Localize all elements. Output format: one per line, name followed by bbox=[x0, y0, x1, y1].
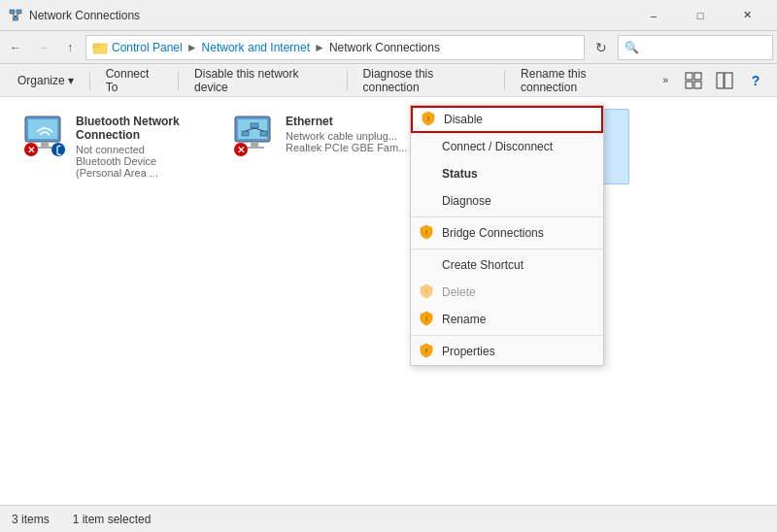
context-menu-connect[interactable]: Connect / Disconnect bbox=[411, 133, 603, 160]
breadcrumb-sep-2: ► bbox=[314, 41, 325, 54]
svg-rect-15 bbox=[41, 142, 49, 147]
bridge-shield-icon: ! bbox=[419, 224, 434, 243]
ethernet-device: Realtek PCIe GBE Fam... bbox=[286, 142, 407, 153]
bluetooth-name: Bluetooth Network Connection bbox=[76, 115, 204, 142]
bluetooth-device: Bluetooth Device (Personal Area ... bbox=[76, 155, 204, 179]
toolbar: Organize ▾ Connect To Disable this netwo… bbox=[0, 64, 777, 97]
more-button[interactable]: » bbox=[653, 67, 678, 94]
properties-shield-icon: ! bbox=[419, 343, 434, 361]
svg-rect-1 bbox=[17, 10, 21, 14]
context-menu-sep-2 bbox=[411, 249, 603, 249]
toolbar-separator-2 bbox=[178, 71, 179, 90]
ethernet-icon-container: ✕ bbox=[231, 115, 278, 161]
window-title: Network Connections bbox=[29, 9, 631, 22]
up-button[interactable]: ↑ bbox=[58, 36, 82, 59]
svg-rect-16 bbox=[35, 147, 54, 149]
status-bar: 3 items 1 item selected bbox=[0, 505, 777, 532]
svg-rect-0 bbox=[10, 10, 15, 14]
ethernet-info: Ethernet Network cable unplug... Realtek… bbox=[286, 115, 407, 153]
svg-rect-11 bbox=[717, 73, 724, 88]
svg-line-3 bbox=[13, 14, 17, 17]
svg-rect-2 bbox=[14, 17, 18, 20]
organize-arrow: ▾ bbox=[68, 74, 74, 87]
svg-text:!: ! bbox=[427, 115, 429, 123]
breadcrumb: Control Panel ► Network and Internet ► N… bbox=[85, 35, 585, 60]
svg-rect-8 bbox=[694, 73, 701, 80]
disable-label: Disable this network device bbox=[194, 67, 330, 94]
address-bar: ← → ↑ Control Panel ► Network and Intern… bbox=[0, 31, 777, 64]
toolbar-separator-1 bbox=[89, 71, 90, 90]
svg-text:✕: ✕ bbox=[237, 145, 245, 155]
diagnose-button[interactable]: Diagnose this connection bbox=[354, 67, 499, 94]
context-menu-rename[interactable]: ! Rename bbox=[411, 306, 603, 333]
context-menu-sep-1 bbox=[411, 216, 603, 217]
disable-shield-icon: ! bbox=[421, 111, 436, 129]
network-items-container: ✕ ʗ Bluetooth Network Connection Not con… bbox=[16, 109, 761, 184]
main-content: ✕ ʗ Bluetooth Network Connection Not con… bbox=[0, 97, 777, 505]
context-menu-delete[interactable]: ! Delete bbox=[411, 279, 603, 306]
svg-text:✕: ✕ bbox=[27, 145, 35, 155]
pane-button[interactable] bbox=[711, 67, 738, 94]
rename-label: Rename this connection bbox=[521, 67, 641, 94]
title-bar: Network Connections – □ ✕ bbox=[0, 0, 777, 31]
diagnose-menu-label: Diagnose bbox=[442, 194, 491, 208]
connect-label: Connect / Disconnect bbox=[442, 140, 553, 153]
bluetooth-info: Bluetooth Network Connection Not connect… bbox=[76, 115, 204, 179]
rename-shield-icon: ! bbox=[419, 311, 434, 329]
breadcrumb-control-panel[interactable]: Control Panel bbox=[112, 41, 183, 54]
svg-text:!: ! bbox=[425, 347, 427, 355]
svg-text:ʗ: ʗ bbox=[56, 145, 61, 155]
help-icon: ? bbox=[752, 73, 760, 88]
ethernet-name: Ethernet bbox=[286, 115, 407, 128]
items-count: 3 items bbox=[12, 513, 50, 526]
organize-button[interactable]: Organize ▾ bbox=[8, 67, 84, 94]
bridge-label: Bridge Connections bbox=[442, 226, 544, 240]
organize-label: Organize bbox=[17, 74, 65, 87]
rename-button[interactable]: Rename this connection bbox=[511, 67, 651, 94]
selected-count: 1 item selected bbox=[73, 513, 152, 526]
breadcrumb-network-internet[interactable]: Network and Internet bbox=[202, 41, 310, 54]
delete-shield-icon: ! bbox=[419, 283, 434, 302]
status-label: Status bbox=[442, 167, 478, 181]
context-menu-shortcut[interactable]: Create Shortcut bbox=[411, 251, 603, 279]
bluetooth-status: Not connected bbox=[76, 144, 204, 155]
disable-button[interactable]: Disable this network device bbox=[185, 67, 340, 94]
svg-line-4 bbox=[16, 14, 19, 17]
svg-rect-29 bbox=[245, 147, 264, 149]
more-label: » bbox=[662, 75, 668, 85]
search-box[interactable] bbox=[618, 35, 773, 60]
context-menu-bridge[interactable]: ! Bridge Connections bbox=[411, 219, 603, 247]
svg-text:!: ! bbox=[425, 228, 427, 237]
context-menu-status[interactable]: Status bbox=[411, 160, 603, 187]
toolbar-separator-3 bbox=[347, 71, 348, 90]
refresh-button[interactable]: ↻ bbox=[589, 35, 614, 60]
svg-rect-9 bbox=[686, 82, 693, 88]
properties-label: Properties bbox=[442, 345, 495, 358]
context-menu-disable[interactable]: ! Disable bbox=[411, 106, 603, 133]
minimize-button[interactable]: – bbox=[631, 0, 676, 31]
svg-rect-24 bbox=[242, 131, 249, 136]
window-icon bbox=[8, 8, 23, 23]
svg-rect-10 bbox=[694, 82, 701, 88]
context-menu-properties[interactable]: ! Properties bbox=[411, 338, 603, 365]
toolbar-separator-4 bbox=[504, 71, 505, 90]
shortcut-label: Create Shortcut bbox=[442, 258, 524, 272]
view-options-button[interactable] bbox=[680, 67, 707, 94]
help-button[interactable]: ? bbox=[742, 67, 769, 94]
svg-rect-23 bbox=[251, 123, 258, 128]
back-button[interactable]: ← bbox=[4, 36, 27, 59]
search-input[interactable] bbox=[625, 41, 766, 54]
connect-to-button[interactable]: Connect To bbox=[96, 67, 172, 94]
maximize-button[interactable]: □ bbox=[678, 0, 723, 31]
ethernet-connection[interactable]: ✕ Ethernet Network cable unplug... Realt… bbox=[225, 109, 420, 184]
connect-to-label: Connect To bbox=[106, 67, 162, 94]
context-menu-diagnose[interactable]: Diagnose bbox=[411, 187, 603, 215]
close-button[interactable]: ✕ bbox=[725, 0, 769, 31]
toolbar-right: ? bbox=[680, 67, 769, 94]
delete-label: Delete bbox=[442, 285, 476, 299]
forward-button[interactable]: → bbox=[31, 36, 54, 59]
breadcrumb-sep-1: ► bbox=[186, 41, 198, 54]
bluetooth-connection[interactable]: ✕ ʗ Bluetooth Network Connection Not con… bbox=[16, 109, 210, 184]
ethernet-computer-icon: ✕ bbox=[231, 115, 278, 157]
context-menu: ! Disable Connect / Disconnect Status Di… bbox=[410, 105, 604, 366]
